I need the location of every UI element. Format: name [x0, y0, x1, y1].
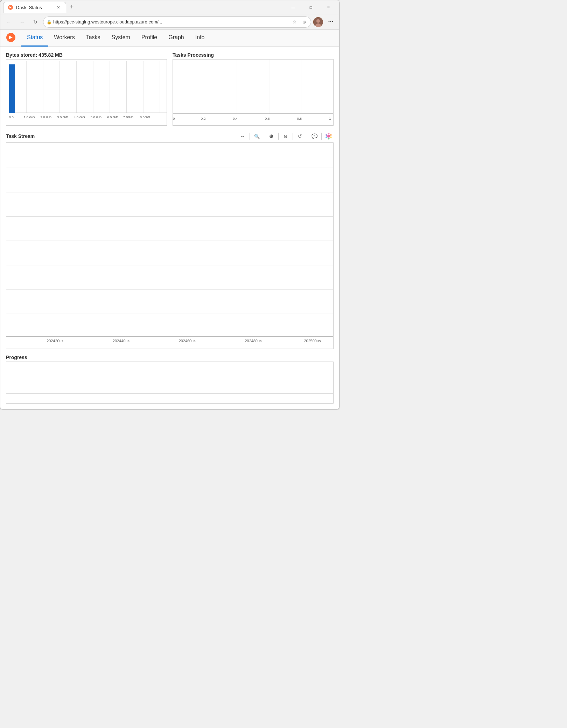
svg-text:1.0 GiB: 1.0 GiB [24, 115, 35, 119]
svg-text:202460us: 202460us [179, 339, 196, 343]
svg-rect-15 [9, 64, 15, 113]
maximize-button[interactable]: □ [303, 2, 319, 13]
address-bar-wrapper: 🔒 https://pcc-staging.westeurope.cloudap… [43, 16, 311, 28]
svg-text:0.4: 0.4 [233, 117, 238, 120]
zoom-out-icon: ⊖ [284, 133, 288, 139]
toolbar-sep-2 [264, 133, 264, 140]
charts-row: Bytes stored: 435.82 MB [6, 52, 334, 126]
more-options-button[interactable]: ··· [325, 16, 336, 28]
bytes-stored-chart: 0.0 1.0 GiB 2.0 GiB 3.0 GiB 4.0 GiB 5.0 … [6, 59, 167, 126]
svg-text:0.6: 0.6 [265, 117, 270, 120]
toolbar-sep-3 [278, 133, 279, 140]
svg-point-40 [330, 134, 332, 136]
svg-text:0.0: 0.0 [9, 115, 14, 119]
dask-tab-icon [8, 5, 13, 10]
forward-button[interactable]: → [16, 16, 28, 28]
dask-logo-icon [6, 33, 16, 42]
zoom-in-button[interactable]: ⊕ [266, 131, 276, 141]
tab-close-button[interactable]: ✕ [55, 4, 62, 10]
back-button[interactable]: ← [3, 16, 14, 28]
bokeh-logo-icon [325, 132, 332, 140]
svg-point-39 [328, 133, 330, 135]
svg-text:0.2: 0.2 [201, 117, 206, 120]
task-stream-svg: 202420us 202440us 202460us 202480us 2025… [6, 143, 333, 349]
address-bar: ← → ↻ 🔒 https://pcc-staging.westeurope.c… [0, 14, 339, 30]
pan-tool-button[interactable]: ↔ [238, 131, 247, 141]
tab-title: Dask: Status [16, 5, 42, 10]
window-controls: — □ ✕ [285, 2, 336, 13]
profile-avatar[interactable] [313, 17, 323, 27]
svg-text:202420us: 202420us [47, 339, 63, 343]
avatar-image [313, 17, 323, 27]
svg-text:202440us: 202440us [113, 339, 130, 343]
tasks-processing-title: Tasks Processing [173, 52, 334, 58]
save-button[interactable]: 💬 [309, 131, 319, 141]
tasks-processing-chart: 0 0.2 0.4 0.6 0.8 1 [173, 59, 334, 126]
tasks-processing-section: Tasks Processing 0 0.2 [173, 52, 334, 126]
svg-point-43 [326, 136, 327, 138]
title-bar: Dask: Status ✕ + — □ ✕ [0, 0, 339, 14]
nav-item-graph[interactable]: Graph [163, 30, 189, 47]
svg-point-44 [326, 134, 327, 136]
toolbar-sep-1 [250, 133, 250, 140]
minimize-button[interactable]: — [285, 2, 301, 13]
reload-button[interactable]: ↻ [30, 16, 41, 28]
nav-item-system[interactable]: System [106, 30, 136, 47]
favorites-icon[interactable]: ☆ [290, 18, 299, 26]
task-stream-chart: 202420us 202440us 202460us 202480us 2025… [6, 142, 334, 349]
pan-icon: ↔ [240, 133, 245, 139]
svg-text:0.8: 0.8 [297, 117, 302, 120]
save-icon: 💬 [312, 133, 317, 139]
zoom-out-button[interactable]: ⊖ [281, 131, 290, 141]
svg-text:2.0 GiB: 2.0 GiB [40, 115, 51, 119]
reset-button[interactable]: ↺ [295, 131, 305, 141]
nav-item-info[interactable]: Info [190, 30, 210, 47]
toolbar-sep-4 [293, 133, 293, 140]
svg-text:0: 0 [173, 117, 175, 120]
task-stream-title: Task Stream [6, 133, 35, 139]
nav-item-status[interactable]: Status [21, 30, 48, 47]
main-content: Bytes stored: 435.82 MB [0, 47, 339, 409]
svg-point-38 [327, 135, 330, 138]
zoom-box-icon: 🔍 [254, 134, 260, 139]
svg-point-2 [316, 19, 320, 23]
lock-icon: 🔒 [47, 20, 52, 24]
svg-text:3.0 GiB: 3.0 GiB [57, 115, 68, 119]
svg-text:4.0 GiB: 4.0 GiB [74, 115, 85, 119]
svg-point-41 [330, 136, 332, 138]
svg-text:1: 1 [329, 117, 331, 120]
svg-text:202480us: 202480us [245, 339, 262, 343]
progress-svg [6, 362, 333, 404]
toolbar-sep-5 [307, 133, 307, 140]
bytes-stored-title: Bytes stored: 435.82 MB [6, 52, 167, 58]
task-stream-section: Task Stream ↔ 🔍 ⊕ ⊖ [6, 131, 334, 349]
new-tab-button[interactable]: + [66, 2, 77, 13]
nav-item-tasks[interactable]: Tasks [80, 30, 106, 47]
active-tab[interactable]: Dask: Status ✕ [3, 2, 66, 13]
progress-section: Progress [6, 355, 334, 404]
address-bar-icons: ☆ ⊕ [290, 18, 308, 26]
app-logo [6, 33, 16, 44]
svg-point-42 [328, 138, 330, 140]
zoom-box-button[interactable]: 🔍 [252, 131, 262, 141]
reset-icon: ↺ [298, 133, 302, 139]
close-button[interactable]: ✕ [320, 2, 336, 13]
svg-text:6.0 GiB: 6.0 GiB [107, 115, 118, 119]
svg-text:8.0GiB: 8.0GiB [140, 115, 150, 119]
tasks-processing-svg: 0 0.2 0.4 0.6 0.8 1 [173, 59, 333, 126]
task-stream-toolbar: ↔ 🔍 ⊕ ⊖ ↺ [238, 131, 334, 141]
bokeh-logo-button[interactable] [324, 131, 334, 141]
toolbar-sep-6 [321, 133, 322, 140]
svg-text:5.0 GiB: 5.0 GiB [90, 115, 102, 119]
bytes-stored-section: Bytes stored: 435.82 MB [6, 52, 167, 126]
address-input[interactable]: https://pcc-staging.westeurope.cloudapp.… [43, 16, 311, 28]
app-navigation: Status Workers Tasks System Profile Grap… [0, 30, 339, 47]
task-stream-header: Task Stream ↔ 🔍 ⊕ ⊖ [6, 131, 334, 141]
collections-icon[interactable]: ⊕ [300, 18, 308, 26]
nav-item-profile[interactable]: Profile [136, 30, 163, 47]
progress-title: Progress [6, 355, 334, 360]
svg-text:7.0GiB: 7.0GiB [123, 115, 133, 119]
zoom-in-icon: ⊕ [269, 133, 273, 139]
bytes-stored-svg: 0.0 1.0 GiB 2.0 GiB 3.0 GiB 4.0 GiB 5.0 … [6, 59, 167, 126]
nav-item-workers[interactable]: Workers [48, 30, 80, 47]
